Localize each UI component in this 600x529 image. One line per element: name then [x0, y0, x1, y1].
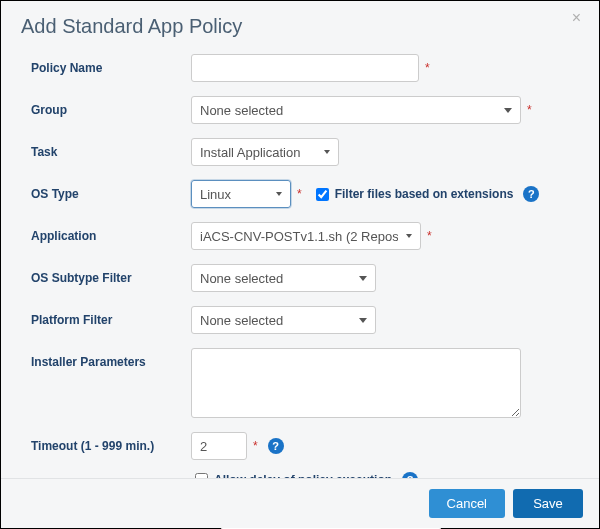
- label-application: Application: [31, 222, 191, 243]
- filter-ext-checkbox[interactable]: [316, 188, 329, 201]
- chevron-down-icon: [504, 108, 512, 113]
- modal-header: Add Standard App Policy ×: [1, 1, 599, 44]
- close-icon[interactable]: ×: [566, 7, 587, 29]
- row-os-subtype: OS Subtype Filter None selected: [31, 264, 579, 292]
- modal-title: Add Standard App Policy: [21, 15, 579, 38]
- row-task: Task Install Application: [31, 138, 579, 166]
- chevron-down-icon: [276, 192, 282, 196]
- row-policy-name: Policy Name *: [31, 54, 579, 82]
- row-timeout: Timeout (1 - 999 min.) * ?: [31, 432, 579, 460]
- required-icon: *: [297, 187, 302, 201]
- save-button[interactable]: Save: [513, 489, 583, 518]
- required-icon: *: [253, 439, 258, 453]
- chevron-down-icon: [359, 276, 367, 281]
- application-value: iACS-CNV-POSTv1.1.sh (2 Reposi: [200, 229, 398, 244]
- help-icon[interactable]: ?: [523, 186, 539, 202]
- os-type-select[interactable]: Linux: [191, 180, 291, 208]
- label-task: Task: [31, 138, 191, 159]
- modal-body: Policy Name * Group None selected * Task: [1, 44, 599, 529]
- cancel-button[interactable]: Cancel: [429, 489, 505, 518]
- installer-params-textarea[interactable]: [191, 348, 521, 418]
- label-platform-filter: Platform Filter: [31, 306, 191, 327]
- os-subtype-value: None selected: [200, 271, 283, 286]
- label-os-type: OS Type: [31, 180, 191, 201]
- required-icon: *: [427, 229, 432, 243]
- modal-footer: Cancel Save: [1, 478, 599, 528]
- timeout-input[interactable]: [191, 432, 247, 460]
- os-subtype-select[interactable]: None selected: [191, 264, 376, 292]
- task-select-value: Install Application: [200, 145, 300, 160]
- row-installer-params: Installer Parameters: [31, 348, 579, 418]
- help-icon[interactable]: ?: [268, 438, 284, 454]
- chevron-down-icon: [324, 150, 330, 154]
- label-policy-name: Policy Name: [31, 54, 191, 75]
- filter-ext-label: Filter files based on extensions: [335, 187, 514, 201]
- task-select[interactable]: Install Application: [191, 138, 339, 166]
- label-os-subtype: OS Subtype Filter: [31, 264, 191, 285]
- label-installer-params: Installer Parameters: [31, 348, 191, 369]
- add-standard-app-policy-modal: Add Standard App Policy × Policy Name * …: [0, 0, 600, 529]
- label-group: Group: [31, 96, 191, 117]
- row-group: Group None selected *: [31, 96, 579, 124]
- required-icon: *: [425, 61, 430, 75]
- platform-filter-select[interactable]: None selected: [191, 306, 376, 334]
- group-select-value: None selected: [200, 103, 283, 118]
- application-select[interactable]: iACS-CNV-POSTv1.1.sh (2 Reposi: [191, 222, 421, 250]
- row-os-type: OS Type Linux * Filter files based on ex…: [31, 180, 579, 208]
- filter-ext-checkbox-wrap: Filter files based on extensions: [312, 185, 514, 204]
- label-timeout: Timeout (1 - 999 min.): [31, 432, 191, 453]
- chevron-down-icon: [359, 318, 367, 323]
- platform-filter-value: None selected: [200, 313, 283, 328]
- policy-name-input[interactable]: [191, 54, 419, 82]
- os-type-value: Linux: [200, 187, 231, 202]
- chevron-down-icon: [406, 234, 412, 238]
- required-icon: *: [527, 103, 532, 117]
- row-application: Application iACS-CNV-POSTv1.1.sh (2 Repo…: [31, 222, 579, 250]
- row-platform-filter: Platform Filter None selected: [31, 306, 579, 334]
- group-select[interactable]: None selected: [191, 96, 521, 124]
